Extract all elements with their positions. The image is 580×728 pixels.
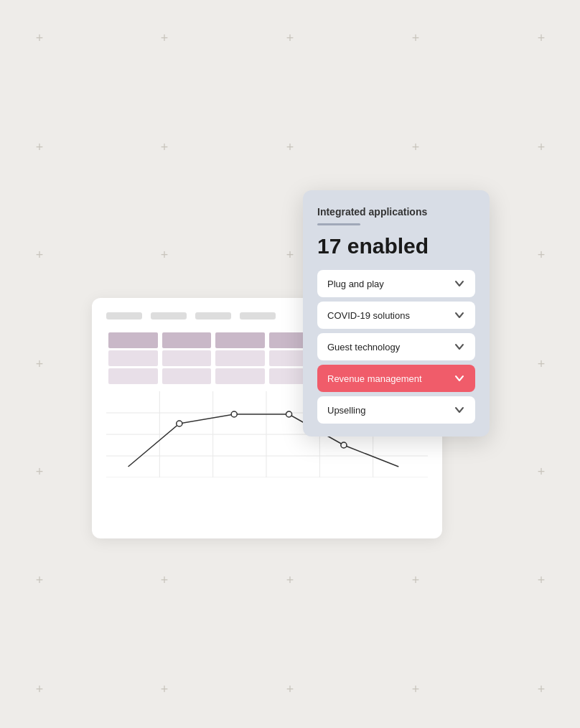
chevron-down-icon — [454, 309, 465, 321]
grid-plus-icon: + — [412, 141, 420, 154]
bar-cell — [215, 368, 265, 384]
grid-plus-icon: + — [36, 32, 44, 45]
chevron-down-icon — [454, 373, 465, 384]
grid-plus-icon: + — [538, 574, 546, 587]
app-card-count: 17 enabled — [317, 234, 475, 258]
grid-plus-icon: + — [538, 683, 546, 696]
grid-plus-icon: + — [36, 574, 44, 587]
accordion-upselling[interactable]: Upselling — [317, 396, 475, 424]
svg-point-9 — [177, 421, 182, 426]
chevron-down-icon — [454, 404, 465, 416]
accordion-guest-technology[interactable]: Guest technology — [317, 333, 475, 360]
grid-plus-icon: + — [538, 141, 546, 154]
grid-plus-icon: + — [286, 141, 294, 154]
grid-plus-icon: + — [286, 574, 294, 587]
accordion-label-plug-and-play: Plug and play — [327, 279, 384, 289]
chart-label-3 — [195, 312, 231, 319]
grid-plus-icon: + — [538, 248, 546, 261]
grid-plus-icon: + — [36, 358, 44, 370]
grid-plus-icon: + — [286, 32, 294, 45]
svg-point-11 — [286, 411, 291, 417]
accordion-plug-and-play[interactable]: Plug and play — [317, 270, 475, 297]
chart-label-1 — [106, 312, 142, 319]
chevron-down-icon — [454, 341, 465, 353]
accordion-label-upselling: Upselling — [327, 405, 365, 416]
svg-point-12 — [341, 442, 347, 448]
accordion-label-guest-technology: Guest technology — [327, 342, 400, 353]
bar-cell — [215, 350, 265, 366]
grid-plus-icon: + — [36, 683, 44, 696]
bar-cell — [162, 350, 212, 366]
grid-plus-icon: + — [161, 248, 169, 261]
grid-plus-icon: + — [286, 683, 294, 696]
grid-plus-icon: + — [36, 465, 44, 478]
grid-plus-icon: + — [538, 358, 546, 370]
accordion-label-covid-solutions: COVID-19 solutions — [327, 310, 410, 321]
grid-plus-icon: + — [412, 32, 420, 45]
bar-cell — [215, 332, 265, 348]
grid-plus-icon: + — [36, 248, 44, 261]
grid-plus-icon: + — [161, 574, 169, 587]
svg-point-10 — [231, 411, 237, 417]
bar-cell — [162, 332, 212, 348]
app-card-divider — [317, 223, 360, 225]
grid-plus-icon: + — [412, 683, 420, 696]
chart-label-2 — [151, 312, 187, 319]
bar-cell — [162, 368, 212, 384]
grid-plus-icon: + — [538, 32, 546, 45]
bar-cell — [108, 350, 158, 366]
app-card-title: Integrated applications — [317, 206, 475, 218]
integrated-applications-card: Integrated applications 17 enabled Plug … — [303, 190, 490, 437]
grid-plus-icon: + — [538, 465, 546, 478]
chevron-down-icon — [454, 278, 465, 289]
accordion-covid-solutions[interactable]: COVID-19 solutions — [317, 302, 475, 329]
grid-plus-icon: + — [161, 683, 169, 696]
accordion-revenue-management[interactable]: Revenue management — [317, 365, 475, 392]
accordion-label-revenue-management: Revenue management — [327, 373, 422, 384]
grid-plus-icon: + — [161, 32, 169, 45]
grid-plus-icon: + — [36, 141, 44, 154]
chart-label-4 — [240, 312, 276, 319]
bar-cell — [108, 332, 158, 348]
grid-plus-icon: + — [412, 574, 420, 587]
grid-plus-icon: + — [161, 141, 169, 154]
bar-cell — [108, 368, 158, 384]
grid-plus-icon: + — [286, 248, 294, 261]
